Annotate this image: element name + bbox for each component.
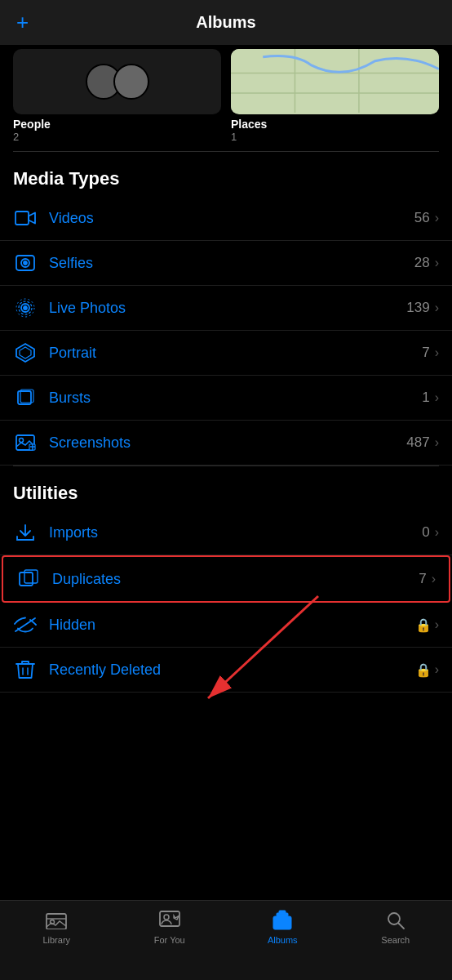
videos-count: 56 bbox=[414, 210, 430, 226]
bursts-item[interactable]: Bursts 1 › bbox=[0, 376, 452, 421]
selfies-chevron: › bbox=[435, 256, 439, 270]
places-album[interactable]: Places 1 bbox=[231, 49, 439, 143]
places-label: Places bbox=[231, 118, 439, 131]
duplicates-chevron: › bbox=[432, 572, 436, 586]
svg-point-16 bbox=[20, 439, 24, 443]
imports-label: Imports bbox=[49, 524, 422, 541]
svg-rect-30 bbox=[279, 911, 286, 914]
selfies-icon bbox=[13, 251, 38, 275]
albums-nav-label: Albums bbox=[268, 935, 298, 945]
video-icon bbox=[13, 206, 38, 230]
bursts-label: Bursts bbox=[49, 390, 422, 407]
live-photos-chevron: › bbox=[435, 301, 439, 315]
top-albums-section: People 2 Places 1 bbox=[0, 49, 452, 151]
selfies-item[interactable]: Selfies 28 › bbox=[0, 241, 452, 286]
videos-chevron: › bbox=[435, 211, 439, 225]
hidden-icon bbox=[13, 612, 38, 637]
svg-rect-28 bbox=[273, 916, 291, 929]
videos-item[interactable]: Videos 56 › bbox=[0, 196, 452, 241]
for-you-nav-label: For You bbox=[154, 935, 185, 945]
people-album[interactable]: People 2 bbox=[13, 49, 221, 143]
nav-for-you[interactable]: For You bbox=[113, 909, 227, 945]
library-nav-icon bbox=[45, 909, 68, 932]
selfies-count: 28 bbox=[414, 255, 430, 271]
recently-deleted-chevron: › bbox=[435, 662, 439, 677]
screenshots-icon bbox=[13, 430, 38, 455]
for-you-nav-icon bbox=[158, 909, 181, 932]
duplicates-item[interactable]: Duplicates 7 › bbox=[2, 555, 450, 603]
nav-search[interactable]: Search bbox=[339, 909, 453, 945]
screenshots-item[interactable]: Screenshots 487 › bbox=[0, 421, 452, 466]
portrait-label: Portrait bbox=[49, 345, 422, 362]
imports-count: 0 bbox=[422, 524, 429, 541]
live-photos-count: 139 bbox=[406, 300, 429, 316]
bursts-chevron: › bbox=[435, 390, 439, 405]
imports-item[interactable]: Imports 0 › bbox=[0, 510, 452, 555]
header: + Albums bbox=[0, 0, 452, 45]
recently-deleted-label: Recently Deleted bbox=[49, 662, 415, 679]
trash-icon bbox=[13, 657, 38, 682]
duplicates-count: 7 bbox=[419, 571, 426, 587]
places-thumbnail bbox=[231, 49, 439, 114]
hidden-label: Hidden bbox=[49, 617, 415, 634]
hidden-chevron: › bbox=[435, 617, 439, 632]
selfies-label: Selfies bbox=[49, 255, 414, 272]
portrait-icon bbox=[13, 341, 38, 365]
content-scroll: People 2 Places 1 Media Types bbox=[0, 49, 452, 900]
person-avatar bbox=[113, 64, 149, 100]
svg-point-27 bbox=[164, 915, 169, 920]
hidden-item[interactable]: Hidden 🔒 › bbox=[0, 603, 452, 648]
hidden-lock-icon: 🔒 bbox=[415, 617, 432, 633]
live-photos-icon bbox=[13, 296, 38, 320]
svg-point-10 bbox=[24, 306, 27, 310]
bursts-icon bbox=[13, 385, 38, 410]
albums-nav-icon bbox=[271, 909, 294, 932]
screenshots-count: 487 bbox=[406, 434, 429, 451]
recently-deleted-lock-icon: 🔒 bbox=[415, 662, 432, 678]
people-thumbnail bbox=[13, 49, 221, 114]
videos-label: Videos bbox=[49, 210, 414, 227]
portrait-item[interactable]: Portrait 7 › bbox=[0, 331, 452, 376]
svg-line-32 bbox=[398, 924, 404, 929]
places-count: 1 bbox=[231, 131, 439, 143]
bursts-count: 1 bbox=[422, 390, 429, 406]
add-album-button[interactable]: + bbox=[16, 10, 29, 35]
screenshots-chevron: › bbox=[435, 435, 439, 450]
people-label: People bbox=[13, 118, 221, 131]
recently-deleted-item[interactable]: Recently Deleted 🔒 › bbox=[0, 648, 452, 693]
nav-albums[interactable]: Albums bbox=[226, 909, 339, 945]
duplicates-label: Duplicates bbox=[52, 571, 419, 588]
library-nav-label: Library bbox=[42, 935, 70, 945]
bottom-navigation: Library For You Albums bbox=[0, 900, 452, 980]
live-photos-label: Live Photos bbox=[49, 300, 406, 317]
search-nav-label: Search bbox=[381, 935, 410, 945]
live-photos-item[interactable]: Live Photos 139 › bbox=[0, 286, 452, 331]
svg-rect-24 bbox=[47, 914, 66, 929]
svg-point-8 bbox=[24, 261, 27, 265]
nav-library[interactable]: Library bbox=[0, 909, 113, 945]
portrait-count: 7 bbox=[422, 345, 429, 361]
imports-chevron: › bbox=[435, 525, 439, 540]
people-count: 2 bbox=[13, 131, 221, 143]
page-title: Albums bbox=[196, 13, 255, 32]
screenshots-label: Screenshots bbox=[49, 434, 406, 452]
imports-icon bbox=[13, 520, 38, 545]
utilities-header: Utilities bbox=[0, 466, 452, 510]
search-nav-icon bbox=[384, 909, 407, 932]
media-types-header: Media Types bbox=[0, 152, 452, 196]
svg-rect-5 bbox=[16, 212, 29, 225]
duplicates-icon bbox=[16, 567, 41, 591]
portrait-chevron: › bbox=[435, 345, 439, 360]
